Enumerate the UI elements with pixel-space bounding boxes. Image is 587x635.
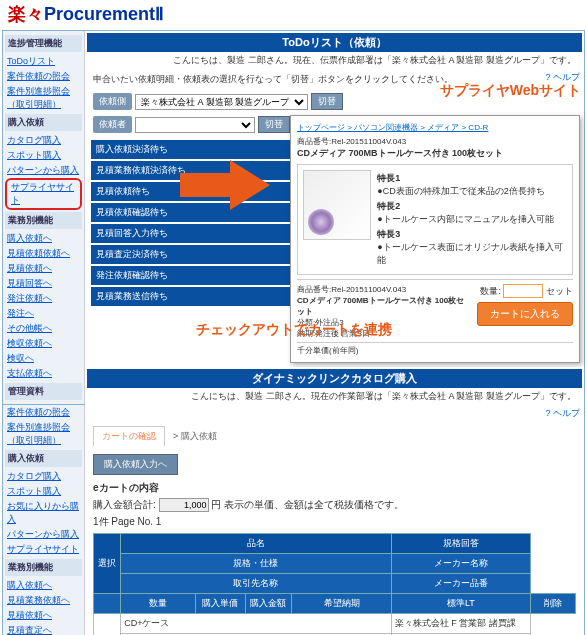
sidebar-item[interactable]: スポット購入 <box>5 148 82 163</box>
filter-label: 依頼側 <box>93 93 132 110</box>
sidebar-item[interactable]: 見積依頼へ <box>5 261 82 276</box>
sidebar-item-supplier[interactable]: サプライヤサイト <box>9 180 78 208</box>
arrow-right-icon <box>230 160 270 210</box>
sidebar-item[interactable]: カタログ購入 <box>5 133 82 148</box>
product-name: CDメディア 700MBトールケース付き 100枚セット <box>297 147 573 160</box>
product-code2: 商品番号:Rel-201511004V.043 <box>297 284 469 295</box>
page-title2: ダイナミックリンクカタログ購入 <box>87 369 582 388</box>
switch-button[interactable]: 切替 <box>311 93 343 110</box>
page-title: ToDoリスト（依頼） <box>87 33 582 52</box>
switch-button2[interactable]: 切替 <box>258 116 290 133</box>
sidebar-item[interactable]: 見積回答へ <box>5 276 82 291</box>
callout-supplier: サプライヤWebサイト <box>440 82 581 100</box>
sidebar-item[interactable]: 見積査定へ <box>5 623 82 635</box>
product-features: 特長1●CD表面の特殊加工で従来品の2倍長持ち 特長2●トールケース内部にマニュ… <box>377 170 567 269</box>
sidebar-item[interactable]: パターンから購入 <box>5 527 82 542</box>
breadcrumb[interactable]: トップページ > パソコン関連機器 > メディア > CD-R <box>297 122 573 133</box>
sidebar-item[interactable]: スポット購入 <box>5 484 82 499</box>
sidebar-item[interactable]: ToDoリスト <box>5 54 82 69</box>
to-request-button[interactable]: 購入依頼入力へ <box>93 454 178 475</box>
sidebar-item[interactable]: 購入依頼へ <box>5 231 82 246</box>
filter-label2: 依頼者 <box>93 116 132 133</box>
tab-cart[interactable]: カートの確認 <box>93 426 165 446</box>
total-field <box>159 498 209 512</box>
sidebar-item[interactable]: 案件依頼の照会 <box>5 69 82 84</box>
sidebar-item-supplier[interactable]: サプライヤサイト <box>5 542 82 557</box>
sidebar-item[interactable]: 案件依頼の照会 <box>5 405 82 420</box>
callout-checkout: チェックアウトでカートを連携 <box>0 315 587 345</box>
table-row: CD+ケース 楽々株式会社 F 営業部 諸買課 <box>94 614 576 634</box>
sidebar-item[interactable]: 案件別進捗照会（取引明細） <box>5 84 82 112</box>
sidebar-item[interactable]: 発注依頼へ <box>5 291 82 306</box>
sidebar-item[interactable]: 見積業務依頼へ <box>5 593 82 608</box>
requester-select[interactable] <box>135 117 255 133</box>
greeting: こんにちは、製造 二郎さん。現在、伝票作成部署は「楽々株式会社 A 製造部 製造… <box>87 52 582 69</box>
page-info: 1件 Page No. 1 <box>93 515 576 529</box>
dept-select[interactable]: 楽々株式会社 A 製造部 製造グループ <box>135 94 308 110</box>
logo: 楽々ProcurementⅡ <box>0 0 587 28</box>
sidebar-top: 進捗管理機能 ToDoリスト 案件依頼の照会 案件別進捗照会（取引明細） 購入依… <box>3 31 85 404</box>
product-image <box>303 170 371 240</box>
main-bottom: ダイナミックリンクカタログ購入 こんにちは、製造 二郎さん。現在の作業部署は「楽… <box>85 367 584 635</box>
sidebar-bottom: 進捗管理機能 ToDoリスト 案件依頼の照会 案件別進捗照会（取引明細） 購入依… <box>3 367 85 635</box>
sidebar-item[interactable]: 見積依頼へ <box>5 608 82 623</box>
sidebar-item[interactable]: お気に入りから購入 <box>5 499 82 527</box>
tab-request[interactable]: > 購入依頼 <box>165 427 225 446</box>
sidebar-item[interactable]: 検収へ <box>5 351 82 366</box>
side-group-biz: 業務別機能 <box>5 212 82 229</box>
side-group-purchase: 購入依頼 <box>5 114 82 131</box>
help-link2[interactable]: ? ヘルプ <box>543 405 582 422</box>
sidebar-item[interactable]: カタログ購入 <box>5 469 82 484</box>
sidebar-item[interactable]: 案件別進捗照会（取引明細） <box>5 420 82 448</box>
side-group-progress: 進捗管理機能 <box>5 35 82 52</box>
sidebar-item[interactable]: 支払依頼へ <box>5 366 82 381</box>
product-name2: CDメディア 700MBトールケース付き 100枚セット <box>297 295 469 317</box>
qty-input[interactable] <box>503 284 543 298</box>
bottom-panel: 進捗管理機能 ToDoリスト 案件依頼の照会 案件別進捗照会（取引明細） 購入依… <box>2 366 585 635</box>
sidebar-item[interactable]: 購入依頼へ <box>5 578 82 593</box>
side-group-admin: 管理資料 <box>5 383 82 400</box>
cart-table: 選択 品名 規格回答 規格・仕様 メーカー名称 取引先名称 メーカー品番 数量 … <box>93 533 576 635</box>
sidebar-item[interactable]: パターンから購入 <box>5 163 82 178</box>
product-code: 商品番号:Rel-201511004V.043 <box>297 136 573 147</box>
cart-section: eカートの内容 <box>93 481 576 495</box>
greeting2: こんにちは、製造 二郎さん。現在の作業部署は「楽々株式会社 A 製造部 製造グル… <box>87 388 582 405</box>
sidebar-item[interactable]: 見積依頼依頼へ <box>5 246 82 261</box>
